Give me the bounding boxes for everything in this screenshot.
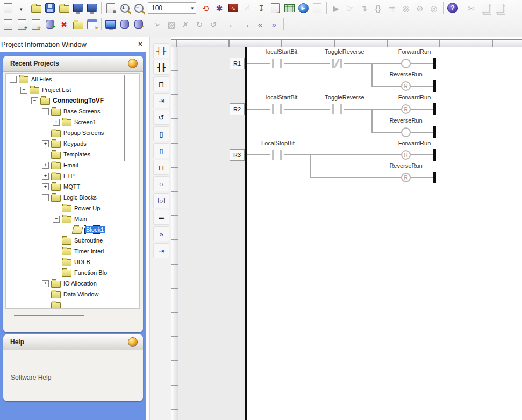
tree-item-function-blo[interactable]: Function Blo [6, 267, 139, 278]
invert-icon[interactable]: ↺ [153, 110, 169, 125]
new-project-icon[interactable] [1, 2, 15, 15]
save-project-icon[interactable] [43, 2, 57, 15]
tree-item-main[interactable]: −Main [6, 213, 139, 224]
tree-item-screen1[interactable]: +Screen1 [6, 117, 139, 127]
zoom-in-icon[interactable]: + [118, 2, 132, 15]
contact-no-icon[interactable]: ┤├ [153, 43, 169, 58]
tree-item-subroutine[interactable]: Subroutine [6, 235, 139, 246]
tree-item-block1[interactable]: Block1 [6, 224, 139, 235]
coil-tag[interactable]: ForwardRun [382, 140, 447, 146]
nav-first-icon[interactable]: « [253, 18, 267, 31]
compare-icon[interactable]: ⊣○⊢ [153, 193, 169, 208]
expand-icon[interactable]: + [42, 280, 49, 287]
open-screen-icon[interactable] [71, 18, 85, 31]
coil-tag[interactable]: ReverseRun [374, 71, 438, 77]
tree-item-timer-interi[interactable]: Timer Interi [6, 246, 139, 257]
chevron-down-icon[interactable]: ▾ [191, 5, 196, 11]
tree-item-keypads[interactable]: +Keypads [6, 138, 139, 149]
collapse-icon[interactable]: − [20, 87, 27, 94]
reset-coil-icon[interactable]: R [401, 150, 411, 160]
tree-item-popup-screens[interactable]: Popup Screens [6, 127, 139, 138]
new-screen-icon[interactable]: ✦ [29, 18, 43, 31]
project-properties-icon[interactable]: ≡ [104, 2, 118, 15]
expand-icon[interactable]: + [42, 140, 49, 147]
coil-tag[interactable]: ForwardRun [382, 94, 447, 101]
no-contact-icon[interactable] [270, 149, 284, 161]
rung-label[interactable]: R2 [230, 103, 245, 115]
contact-tag[interactable]: LocalStopBit [246, 140, 310, 146]
add-screen-icon[interactable]: + [15, 18, 29, 31]
branch-icon[interactable]: ⊓ [153, 76, 169, 91]
tree-item-data-window[interactable]: Data Window [6, 289, 139, 300]
tree-item-all-files[interactable]: −All Files [6, 74, 139, 84]
tree-vertical-scrollbar[interactable] [124, 75, 125, 161]
tree-item-io-allocation[interactable]: +IO Allocation [6, 278, 139, 289]
rung-end-icon[interactable]: ═ [153, 210, 169, 225]
db-history-icon[interactable]: ◔ [132, 18, 146, 31]
coil-icon[interactable]: ○ [153, 176, 169, 191]
nc-contact-icon[interactable] [330, 58, 344, 69]
window-select-icon[interactable]: ▸ [85, 18, 99, 31]
out-line-icon[interactable]: ⇥ [153, 93, 169, 108]
no-contact-icon[interactable] [270, 103, 284, 115]
close-icon[interactable]: ✕ [135, 39, 145, 49]
expand-icon[interactable]: + [42, 162, 49, 169]
rung-label[interactable]: R3 [230, 149, 245, 161]
branch-rung-wire[interactable] [310, 177, 433, 178]
run-play-icon[interactable]: ▶ [296, 2, 310, 15]
screen-page-icon[interactable] [1, 18, 15, 31]
expand-icon[interactable]: + [42, 183, 49, 190]
new-dropdown-icon[interactable]: ▾ [15, 2, 29, 15]
panel-monitor-icon[interactable] [104, 18, 118, 31]
grid-table-icon[interactable] [282, 2, 296, 15]
export-screen-icon[interactable]: → [268, 2, 282, 15]
box-instruction-icon[interactable]: ▯ [153, 126, 169, 141]
reset-coil-icon[interactable]: R [401, 104, 411, 114]
tree-item-partial[interactable] [6, 300, 139, 309]
tree-item-templates[interactable]: Templates [6, 149, 139, 160]
expand-icon[interactable]: + [53, 119, 60, 126]
download-icon[interactable]: ↧ [254, 2, 268, 15]
tree-item-project-list[interactable]: −Project List [6, 84, 139, 95]
zoom-out-icon[interactable]: − [132, 2, 146, 15]
collapse-icon[interactable]: − [31, 97, 38, 104]
tree-item-udfb[interactable]: UDFB [6, 257, 139, 267]
reset-coil-icon[interactable]: R [401, 173, 411, 182]
nav-prev-icon[interactable]: ← [225, 18, 239, 31]
contact-tag[interactable]: ToggleReverse [312, 48, 377, 55]
help-icon[interactable]: ? [446, 2, 460, 15]
add-logic-block-icon[interactable]: + [43, 18, 57, 31]
panel-collapse-icon[interactable] [128, 337, 138, 347]
transfer-to-panel-icon[interactable]: ↓ [71, 2, 85, 15]
collapse-icon[interactable]: − [10, 76, 17, 83]
recent-projects-header[interactable]: Recent Projects [3, 56, 143, 72]
help-header[interactable]: Help [3, 334, 143, 350]
tree-horizontal-scrollbar[interactable] [14, 315, 84, 316]
zoom-level-combobox[interactable]: 100▾ [148, 2, 196, 14]
help-link[interactable]: Software Help [3, 350, 143, 381]
data-transfer-icon[interactable]: ⟲ [198, 2, 212, 15]
collapse-icon[interactable]: − [42, 194, 49, 201]
output-coil-icon[interactable] [401, 59, 411, 68]
branch-output-icon[interactable]: ⊓ [153, 160, 169, 175]
collapse-icon[interactable]: − [53, 216, 60, 223]
tree-item-connectingtovf[interactable]: −ConnectingToVF [6, 95, 139, 106]
contact-tag[interactable]: ToggleReverse [312, 94, 377, 101]
tree-item-ftp[interactable]: +FTP [6, 170, 139, 181]
coil-tag[interactable]: ReverseRun [374, 117, 438, 124]
setup-gear-icon[interactable]: ✱ [212, 2, 226, 15]
open-project-icon[interactable] [29, 2, 43, 15]
transfer-from-panel-icon[interactable]: ↓ [85, 2, 99, 15]
panel-collapse-icon[interactable] [128, 59, 138, 68]
output-coil-icon[interactable] [401, 127, 411, 137]
delete-icon[interactable]: ✖ [57, 18, 71, 31]
expand-icon[interactable]: + [42, 173, 49, 180]
jump-end-icon[interactable]: ⇥ [153, 243, 169, 258]
contact-tag[interactable]: localStartBit [249, 94, 314, 101]
coil-tag[interactable]: ReverseRun [374, 162, 438, 169]
no-contact-icon[interactable] [270, 58, 284, 69]
tree-item-mqtt[interactable]: +MQTT [6, 181, 139, 192]
tree-item-base-screens[interactable]: −Base Screens [6, 106, 139, 117]
next-rung-icon[interactable]: » [153, 226, 169, 241]
no-contact-icon[interactable] [330, 103, 344, 115]
